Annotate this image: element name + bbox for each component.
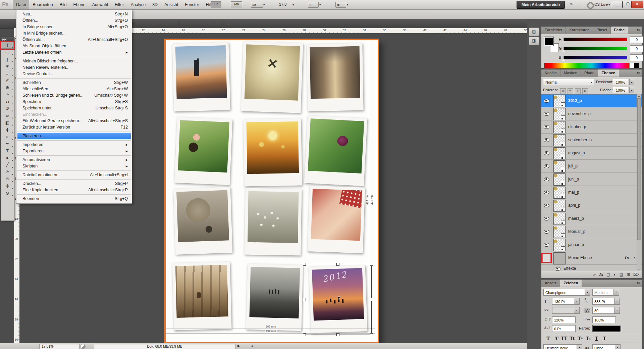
file-menu-item-platzieren[interactable]: Platzieren... [17,133,131,139]
file-menu-item-letzte-dateien-ffnen[interactable]: Letzte Dateien öffnen▶ [16,49,132,56]
align-bottom-edges-icon[interactable]: ⊥ [150,20,157,27]
font-family-select[interactable]: Champignon▾ [543,289,590,296]
minimize-button[interactable]: ▁ [612,1,623,8]
file-menu-item-neu[interactable]: Neu...Strg+N [16,11,132,17]
white-swatch[interactable] [629,63,634,68]
zoom-percent-field[interactable]: 17,81% [39,344,79,349]
quick-selection-tool[interactable]: ✶ [1,63,14,70]
opacity-value[interactable]: 100% [613,79,628,85]
cs-live-button[interactable]: CS Live [594,2,608,6]
layer-row-juli-p[interactable]: juli_p [541,160,642,173]
chevron-down-icon[interactable]: ▾ [608,3,610,6]
delete-layer-icon[interactable]: ⌦ [633,271,639,278]
mini-bridge-button[interactable]: Mb [231,1,242,8]
pen-tool[interactable]: ✒ [1,140,14,147]
lock-position-icon[interactable]: ✛ [575,88,581,94]
underline-button[interactable]: T [592,336,600,342]
faux-italic-button[interactable]: T [552,336,560,342]
small-caps-button[interactable]: Tt [568,336,576,342]
lock-image-pixels-icon[interactable]: ✑ [568,88,573,94]
leading-field[interactable]: 335 Pt▾ [592,298,620,305]
align-top-edges-icon[interactable]: ⊤ [137,20,144,27]
align-horizontal-centers-icon[interactable]: ⊞ [164,20,170,27]
history-brush-tool[interactable]: ↺ [1,105,14,112]
close-button[interactable]: ✕ [631,1,643,8]
panel-menu-icon[interactable]: ▾≡ [637,28,640,32]
distribute-vertical-centers-icon[interactable]: ≣ [187,20,194,27]
tab-masken[interactable]: Masken [560,69,581,77]
tab-farbfelder[interactable]: Farbfelder [541,27,566,34]
layer-thumbnail[interactable] [553,173,566,186]
file-menu-item-schlie-en[interactable]: SchließenStrg+W [16,80,132,86]
file-menu-item-skripten[interactable]: Skripten▶ [16,163,132,169]
layer-row-september-p[interactable]: september_p [541,134,642,147]
distribute-bottom-edges-icon[interactable]: ≡ [194,20,201,27]
kerning-field[interactable]: ▾ [552,307,580,314]
subscript-button[interactable]: T₁ [584,336,592,342]
layer-thumbnail[interactable] [553,252,566,264]
layer-row-meine-ebene[interactable]: Meine Ebenefx▲ [541,251,642,265]
r-value-field[interactable]: 0 [630,36,643,43]
photo-hay-bale-couple[interactable] [173,187,233,255]
eraser-tool[interactable]: ▱ [1,112,14,119]
faux-bold-button[interactable]: T [544,336,552,342]
strikethrough-button[interactable]: Ŧ [600,336,608,342]
all-caps-button[interactable]: TT [560,336,568,342]
distribute-horizontal-centers-icon[interactable]: ▤ [208,20,214,27]
text-color-swatch[interactable] [592,325,621,332]
layer-thumbnail[interactable] [553,200,566,212]
transform-handle[interactable] [303,263,306,266]
transform-handle[interactable] [370,263,373,266]
file-menu-item-dateiinformationen[interactable]: Dateiinformationen...Alt+Umschalt+Strg+I [16,172,132,178]
layer-visibility-cell[interactable] [541,160,551,172]
menu-analyse[interactable]: Analyse [127,0,149,9]
eyedropper-tool[interactable]: ✐ [1,77,14,84]
layer-thumbnail[interactable] [553,147,566,159]
distribute-right-edges-icon[interactable]: ▥ [214,20,221,27]
tab-pfade[interactable]: Pfade [581,69,598,77]
blend-mode-select[interactable]: Normal▾ [543,79,594,85]
tab-pinsel[interactable]: Pinsel [593,27,611,34]
layer-row-oktober-p[interactable]: oktober_p [541,120,642,134]
menu-3d[interactable]: 3D [149,0,161,9]
collapse-effects-icon[interactable]: ▲ [633,256,636,259]
b-value-field[interactable]: 0 [630,54,643,61]
vertical-scale-field[interactable]: 120% [552,316,576,323]
g-value-field[interactable]: 0 [630,45,643,52]
layer-thumbnail[interactable] [553,226,566,238]
layer-visibility-cell[interactable] [541,147,551,159]
workspace-button[interactable]: Mein Arbeitsbereich [517,1,565,9]
scroll-left-icon[interactable]: ◀ [251,344,253,348]
hand-tool[interactable]: ✜ [1,183,14,190]
layer-thumbnail[interactable] [553,160,566,172]
layer-visibility-cell[interactable] [541,212,551,225]
layer-row-juni-p[interactable]: juni_p [541,173,642,186]
rectangular-marquee-tool[interactable]: ▭ [1,49,14,56]
align-left-edges-icon[interactable]: ⊢ [157,20,164,27]
eye-icon[interactable] [544,230,549,234]
lock-all-icon[interactable]: ⊠ [582,88,588,94]
rotate-3d-tool[interactable]: ⟳ [1,168,14,176]
layer-visibility-cell[interactable] [541,199,551,212]
file-menu-item-meinen-bildschirm-freigeben[interactable]: Meinen Bildschirm freigeben... [16,58,132,64]
collapse-tools-icon[interactable]: ▶▶ [1,37,14,42]
move-tool[interactable]: ✛ [1,42,14,49]
tab-ebenen[interactable]: Ebenen [598,69,619,77]
menu-auswahl[interactable]: Auswahl [89,0,111,9]
fill-spinner[interactable]: ▸ [629,87,634,93]
photo-forest-horse-ride[interactable] [172,262,231,330]
layer-row-august-p[interactable]: august_p [541,147,642,160]
workspace-overflow-button[interactable]: » [570,1,573,6]
foreground-color-swatch[interactable] [544,37,554,46]
line-tool[interactable]: ╱ [1,161,14,168]
align-vertical-centers-icon[interactable]: ⊟ [144,20,150,27]
new-group-icon[interactable]: ▤ [620,271,623,278]
tab-zeichen[interactable]: Zeichen [560,280,582,287]
file-menu-item-speichern[interactable]: SpeichernStrg+S [16,99,132,105]
lasso-tool[interactable]: ʃ [1,56,14,63]
superscript-button[interactable]: T¹ [576,336,584,342]
layer-visibility-cell[interactable] [541,134,551,146]
healing-brush-tool[interactable]: ⊕ [1,84,14,91]
eye-icon[interactable] [544,178,549,181]
layer-thumbnail[interactable] [553,134,566,146]
